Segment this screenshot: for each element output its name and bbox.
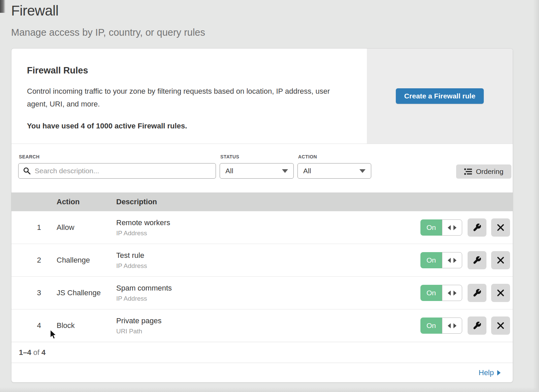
action-selected-value: All — [303, 167, 311, 175]
status-selected-value: All — [225, 167, 233, 175]
chevron-down-icon — [359, 169, 366, 173]
close-icon — [497, 322, 505, 330]
rule-match-type: IP Address — [116, 262, 418, 270]
search-label: SEARCH — [19, 154, 40, 159]
search-box — [18, 163, 216, 179]
rule-description: Spam comments — [116, 284, 418, 293]
rule-controls: On — [418, 251, 513, 269]
search-icon — [23, 167, 31, 175]
rule-action: Challenge — [57, 256, 116, 265]
help-link[interactable]: Help — [479, 368, 501, 377]
rule-controls: On — [418, 284, 513, 302]
rule-description: Remote workers — [116, 218, 418, 227]
rule-priority: 3 — [11, 289, 57, 297]
toggle-on-segment: On — [420, 219, 442, 236]
create-firewall-rule-button[interactable]: Create a Firewall rule — [396, 88, 484, 104]
rule-priority: 4 — [11, 321, 57, 330]
delete-rule-button[interactable] — [491, 284, 510, 302]
toggle-on-segment: On — [420, 252, 442, 268]
wrench-icon — [473, 321, 481, 330]
rule-enabled-toggle[interactable]: On — [420, 318, 462, 334]
rule-action: JS Challenge — [57, 289, 116, 297]
search-input[interactable] — [18, 163, 216, 179]
ordered-list-icon — [464, 168, 472, 175]
arrow-right-icon — [497, 370, 501, 375]
column-header-action: Action — [57, 198, 116, 206]
status-select[interactable]: All — [220, 163, 294, 179]
rule-controls: On — [418, 316, 513, 335]
firewall-rules-card: Firewall Rules Control incoming traffic … — [11, 48, 513, 383]
rule-description-cell: Test rule IP Address — [116, 251, 418, 270]
pagination-of: of — [33, 348, 39, 357]
action-label: ACTION — [298, 154, 317, 159]
action-select[interactable]: All — [297, 163, 371, 179]
filters-bar: SEARCH STATUS All ACTION All — [11, 144, 513, 192]
column-header-description: Description — [116, 198, 418, 206]
edit-rule-button[interactable] — [468, 218, 486, 237]
rule-action: Allow — [57, 223, 116, 232]
edit-rule-button[interactable] — [468, 251, 486, 269]
table-header: Action Description — [11, 192, 513, 211]
rule-row: 1 Allow Remote workers IP Address On — [11, 211, 513, 244]
toggle-on-segment: On — [420, 285, 442, 301]
page-header: Firewall Manage access by IP, country, o… — [11, 3, 205, 38]
wrench-icon — [473, 223, 481, 232]
rule-priority: 1 — [11, 223, 57, 232]
close-icon — [497, 289, 505, 297]
intro-section: Firewall Rules Control incoming traffic … — [11, 49, 513, 144]
intro-action-panel: Create a Firewall rule — [367, 49, 513, 144]
edit-rule-button[interactable] — [468, 284, 486, 302]
rules-table-body: 1 Allow Remote workers IP Address On — [11, 211, 513, 342]
rule-description: Test rule — [116, 251, 418, 260]
close-icon — [497, 256, 505, 264]
intro-description: Control incoming traffic to your zone by… — [27, 85, 347, 111]
rule-match-type: IP Address — [116, 230, 418, 237]
toggle-arrows-icon — [448, 225, 456, 230]
status-label: STATUS — [220, 154, 239, 159]
rule-description-cell: Spam comments IP Address — [116, 284, 418, 302]
toggle-knob — [442, 285, 462, 301]
toggle-knob — [442, 318, 462, 334]
rule-controls: On — [418, 218, 513, 237]
rule-row: 4 Block Private pages URI Path On — [11, 309, 513, 342]
toggle-arrows-icon — [448, 258, 456, 263]
intro-text-panel: Firewall Rules Control incoming traffic … — [11, 49, 367, 144]
rule-enabled-toggle[interactable]: On — [420, 219, 462, 236]
toggle-knob — [442, 252, 462, 268]
toggle-knob — [442, 219, 462, 236]
delete-rule-button[interactable] — [491, 251, 510, 269]
wrench-icon — [473, 289, 481, 297]
rule-description-cell: Remote workers IP Address — [116, 218, 418, 237]
ordering-button-label: Ordering — [476, 168, 504, 176]
wrench-icon — [473, 256, 481, 265]
toggle-arrows-icon — [448, 323, 456, 328]
rule-match-type: URI Path — [116, 328, 418, 335]
page-edge-right — [533, 0, 539, 392]
rule-enabled-toggle[interactable]: On — [420, 252, 462, 268]
page-title: Firewall — [11, 3, 205, 19]
page-edge-bottom — [0, 387, 539, 392]
toggle-arrows-icon — [448, 291, 456, 296]
rule-description-cell: Private pages URI Path — [116, 316, 418, 335]
edit-rule-button[interactable] — [468, 316, 486, 335]
delete-rule-button[interactable] — [491, 218, 510, 237]
rule-row: 2 Challenge Test rule IP Address On — [11, 244, 513, 276]
pagination-range: 1–4 — [19, 348, 31, 357]
pagination: 1–4 of 4 — [11, 342, 513, 363]
rule-enabled-toggle[interactable]: On — [420, 285, 462, 301]
intro-heading: Firewall Rules — [27, 65, 347, 76]
rule-action: Block — [57, 321, 116, 330]
delete-rule-button[interactable] — [491, 316, 510, 335]
help-row: Help — [11, 363, 513, 382]
rule-match-type: IP Address — [116, 295, 418, 302]
ordering-button[interactable]: Ordering — [456, 164, 511, 179]
page-subtitle: Manage access by IP, country, or query r… — [11, 27, 205, 38]
pagination-total: 4 — [41, 348, 45, 357]
chevron-down-icon — [282, 169, 288, 173]
mouse-cursor — [49, 329, 57, 339]
rule-row: 3 JS Challenge Spam comments IP Address … — [11, 276, 513, 309]
rule-priority: 2 — [11, 256, 57, 265]
window-edge-artifact — [0, 0, 5, 13]
toggle-on-segment: On — [420, 318, 442, 334]
rule-description: Private pages — [116, 316, 418, 325]
